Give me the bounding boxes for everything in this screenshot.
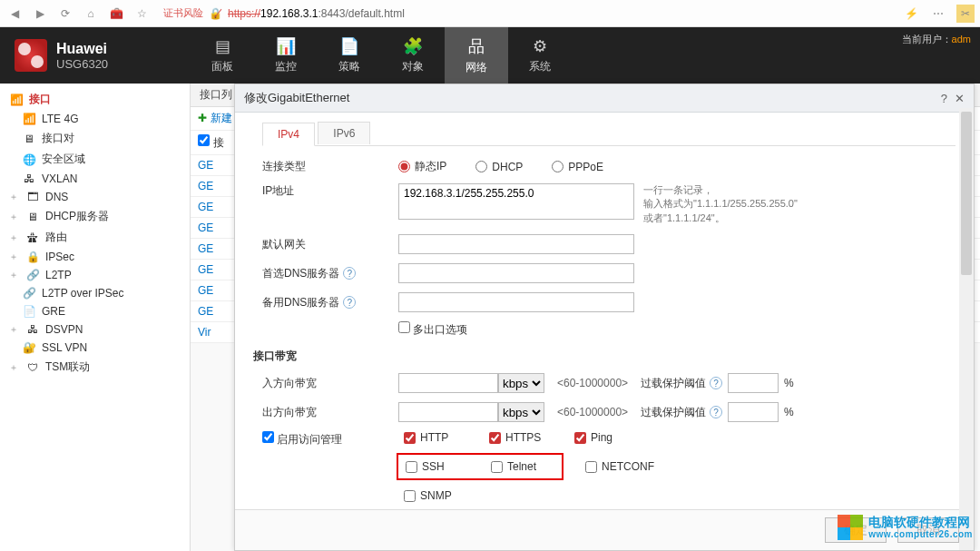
help-icon[interactable]: ? [343, 267, 356, 280]
nav-dashboard[interactable]: ▤面板 [191, 27, 254, 84]
browser-chrome: ◀ ▶ ⟳ ⌂ 🧰 ☆ 证书风险 🔒̸ https://192.168.3.1:… [0, 0, 980, 27]
close-icon[interactable]: ✕ [955, 92, 965, 105]
star-button[interactable]: ☆ [132, 5, 151, 23]
monitor-icon: 📊 [276, 36, 296, 56]
current-user: adm [952, 34, 971, 44]
dns1-input[interactable] [398, 263, 634, 283]
dialog-titlebar: 修改GigabitEthernet ? ✕ [235, 84, 974, 113]
dsvpn-icon: 🖧 [25, 323, 40, 336]
help-icon[interactable]: ? [941, 92, 947, 105]
tree-interface[interactable]: 📶接口 [4, 89, 186, 110]
dhcp-icon: 🖥 [25, 211, 40, 223]
flash-icon[interactable]: ⚡ [902, 5, 920, 23]
address-bar[interactable]: 证书风险 🔒̸ https://192.168.3.1:8443/default… [158, 6, 895, 20]
nav-network[interactable]: 品网络 [445, 27, 508, 84]
label-conn-type: 连接类型 [262, 159, 398, 174]
out-bw-input[interactable] [398, 402, 498, 422]
in-bw-unit[interactable]: kbps [498, 373, 544, 393]
plus-icon: ＋ [9, 251, 20, 263]
lock-insecure-icon: 🔒̸ [209, 7, 222, 20]
chk-https[interactable]: HTTPS [489, 431, 553, 444]
nav-system[interactable]: ⚙系统 [508, 27, 572, 84]
chk-ping[interactable]: Ping [574, 431, 638, 444]
chk-snmp[interactable]: SNMP [404, 489, 467, 502]
more-icon[interactable]: ⋯ [929, 5, 947, 23]
forward-button[interactable]: ▶ [31, 5, 49, 23]
add-button[interactable]: 新建 [211, 112, 232, 124]
help-icon[interactable]: ? [710, 377, 722, 389]
label-overload-out: 过载保护阈值? [641, 405, 722, 420]
out-bw-unit[interactable]: kbps [498, 402, 544, 422]
plus-icon: ＋ [9, 269, 20, 281]
tree-l2tp[interactable]: ＋🔗L2TP [4, 266, 186, 284]
home-button[interactable]: ⌂ [82, 5, 100, 23]
enable-access-checkbox[interactable]: 启用访问管理 [262, 431, 398, 448]
help-icon[interactable]: ? [343, 296, 356, 309]
chk-netconf[interactable]: NETCONF [585, 453, 654, 480]
dns2-input[interactable] [398, 292, 634, 312]
ip-address-input[interactable]: 192.168.3.1/255.255.255.0 [398, 183, 634, 220]
plus-icon: ＋ [9, 361, 20, 374]
tree-dhcp[interactable]: ＋🖥DHCP服务器 [4, 206, 186, 227]
top-nav: ▤面板 📊监控 📄策略 🧩对象 品网络 ⚙系统 [191, 27, 572, 84]
tree-zone[interactable]: 🌐安全区域 [4, 149, 186, 170]
help-icon[interactable]: ? [710, 406, 722, 418]
nav-monitor[interactable]: 📊监控 [254, 27, 318, 84]
tree-vxlan[interactable]: 🖧VXLAN [4, 170, 186, 188]
radio-pppoe[interactable]: PPPoE [552, 161, 603, 173]
label-ip-addr: IP地址 [262, 183, 398, 199]
nav-tree: 📶接口 📶LTE 4G 🖥接口对 🌐安全区域 🖧VXLAN ＋🗔DNS ＋🖥DH… [0, 84, 191, 551]
access-protocols: HTTP HTTPS Ping SSH Telnet NETCONF [404, 431, 654, 502]
label-out-bw: 出方向带宽 [262, 405, 398, 420]
app-header: Huawei USG6320 ▤面板 📊监控 📄策略 🧩对象 品网络 ⚙系统 当… [0, 27, 980, 84]
tree-dsvpn[interactable]: ＋🖧DSVPN [4, 320, 186, 339]
nav-policy[interactable]: 📄策略 [318, 27, 381, 84]
multiexit-checkbox[interactable]: 多出口选项 [398, 321, 467, 338]
tree-dns[interactable]: ＋🗔DNS [4, 188, 186, 206]
gateway-input[interactable] [398, 234, 634, 254]
huawei-logo-icon [15, 39, 47, 72]
tree-tsm[interactable]: ＋🛡TSM联动 [4, 357, 186, 378]
tsm-icon: 🛡 [25, 361, 40, 374]
user-area: 当前用户：adm [902, 27, 980, 84]
tab-ipv4[interactable]: IPv4 [262, 123, 315, 146]
tree-gre[interactable]: 📄GRE [4, 302, 186, 320]
overload-out-input[interactable] [728, 402, 779, 422]
chk-http[interactable]: HTTP [404, 431, 467, 444]
tree-lte4g[interactable]: 📶LTE 4G [4, 110, 186, 128]
tree-ipsec[interactable]: ＋🔒IPSec [4, 248, 186, 266]
dns-icon: 🗔 [25, 191, 40, 203]
tree-sslvpn[interactable]: 🔐SSL VPN [4, 339, 186, 357]
cancel-button[interactable]: 取消 [897, 517, 959, 543]
section-bandwidth: 接口带宽 [253, 349, 956, 364]
content-area: 接口列 ✚新建 接 GE GE GE GE GE GE GE GE Vir 修改… [191, 84, 980, 551]
reload-button[interactable]: ⟳ [56, 5, 74, 23]
ipsec-icon: 🔒 [25, 251, 40, 263]
chk-ssh[interactable]: SSH [406, 460, 469, 473]
nav-object[interactable]: 🧩对象 [381, 27, 445, 84]
chk-telnet[interactable]: Telnet [491, 460, 554, 473]
dialog-body: IPv4 IPv6 连接类型 静态IP DHCP PPPoE IP地址 192.… [235, 113, 974, 509]
system-icon: ⚙ [533, 36, 547, 56]
bookmarks-button[interactable]: 🧰 [107, 5, 125, 23]
radio-dhcp[interactable]: DHCP [475, 161, 523, 173]
overload-in-input[interactable] [728, 373, 779, 393]
tree-route[interactable]: ＋🛣路由 [4, 227, 186, 248]
label-in-bw: 入方向带宽 [262, 376, 398, 391]
highlight-box: SSH Telnet [397, 453, 564, 480]
select-checkbox[interactable] [198, 134, 210, 146]
l2tpipsec-icon: 🔗 [22, 287, 36, 300]
sslvpn-icon: 🔐 [22, 341, 36, 354]
route-icon: 🛣 [25, 231, 40, 244]
scrollbar[interactable] [959, 108, 974, 550]
scissors-icon[interactable]: ✂ [956, 5, 975, 23]
in-bw-input[interactable] [398, 373, 498, 393]
scroll-thumb[interactable] [961, 112, 972, 275]
tree-l2tpipsec[interactable]: 🔗L2TP over IPSec [4, 284, 186, 302]
ok-button[interactable]: 确定 [825, 517, 887, 543]
tree-ifpair[interactable]: 🖥接口对 [4, 128, 186, 149]
radio-static[interactable]: 静态IP [398, 159, 446, 174]
tab-ipv6[interactable]: IPv6 [318, 122, 370, 144]
add-icon: ✚ [198, 112, 207, 124]
back-button[interactable]: ◀ [5, 5, 24, 23]
